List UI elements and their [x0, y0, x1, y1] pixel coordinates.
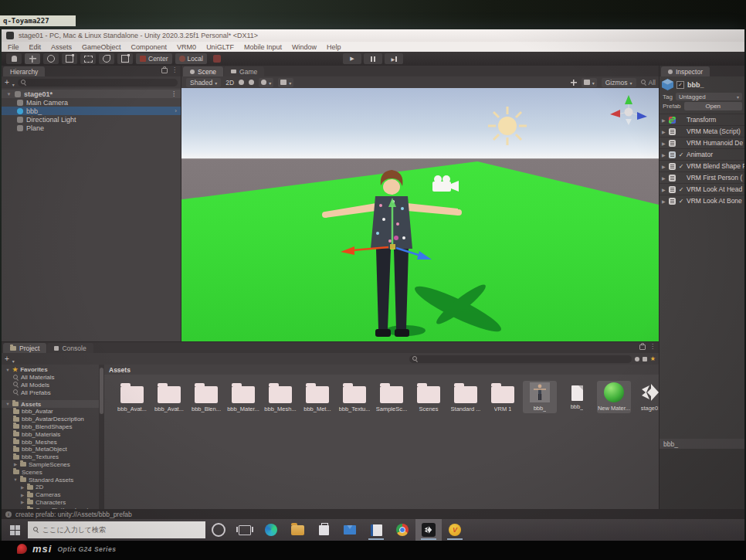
- tree-folder[interactable]: ▶Characters: [2, 499, 99, 507]
- tab-game[interactable]: Game: [224, 66, 264, 76]
- menu-assets[interactable]: Assets: [51, 43, 72, 51]
- panel-menu-icon[interactable]: ⋮: [171, 67, 178, 73]
- x-axis-cone[interactable]: [610, 110, 620, 117]
- camera-settings-dropdown[interactable]: [582, 78, 597, 87]
- store-button[interactable]: [310, 519, 337, 541]
- tools-icon[interactable]: [571, 80, 577, 86]
- menu-unigltf[interactable]: UniGLTF: [206, 43, 234, 51]
- create-dropdown-button[interactable]: +: [5, 79, 9, 87]
- component-vrm-lookathead[interactable]: ▶ ✓ VRM Look At Head: [660, 183, 744, 195]
- menu-file[interactable]: File: [8, 43, 19, 51]
- unity-taskbar-button[interactable]: [415, 519, 442, 541]
- rect-tool-button[interactable]: [80, 53, 96, 64]
- vroid-button[interactable]: V: [442, 519, 468, 541]
- save-search-icon[interactable]: ★: [650, 355, 656, 362]
- asset-folder[interactable]: bbb_Met...: [300, 381, 334, 414]
- mail-button[interactable]: [337, 519, 363, 541]
- search-by-label-icon[interactable]: [643, 357, 647, 361]
- asset-folder[interactable]: bbb_Blen...: [189, 381, 223, 414]
- scene-orientation-gizmo[interactable]: [608, 94, 649, 130]
- y-axis-cone[interactable]: [625, 95, 632, 104]
- hand-tool-button[interactable]: [6, 53, 22, 64]
- component-vrm-meta[interactable]: ▶ VRM Meta (Script): [660, 125, 744, 137]
- move-gizmo-center[interactable]: [390, 244, 395, 249]
- asset-material-new[interactable]: New Mater...: [597, 381, 631, 413]
- step-button[interactable]: [385, 53, 403, 64]
- file-explorer-button[interactable]: [284, 519, 310, 541]
- asset-file-bbb[interactable]: bbb_: [560, 381, 594, 412]
- tree-folder[interactable]: bbb_AvatarDescription: [2, 416, 99, 423]
- audio-toggle-icon[interactable]: [249, 80, 254, 85]
- grid-dropdown[interactable]: [278, 78, 293, 87]
- hierarchy-item-bbb[interactable]: bbb_ ›: [2, 107, 181, 115]
- tab-project[interactable]: Project: [3, 343, 46, 353]
- chrome-button[interactable]: [389, 519, 415, 541]
- 2d-toggle-button[interactable]: 2D: [225, 79, 234, 87]
- tag-dropdown[interactable]: Untagged: [676, 93, 742, 100]
- lock-icon[interactable]: [161, 68, 168, 73]
- menu-window[interactable]: Window: [292, 43, 317, 51]
- asset-folder[interactable]: SampleSc...: [375, 381, 409, 414]
- scene-viewport[interactable]: [181, 88, 659, 341]
- active-checkbox[interactable]: ✓: [676, 81, 684, 89]
- avatar-bbb[interactable]: [297, 158, 529, 341]
- tab-scene[interactable]: Scene: [183, 66, 223, 76]
- asset-scene-stage01[interactable]: stage01: [634, 381, 659, 413]
- asset-folder[interactable]: bbb_Mesh...: [263, 381, 297, 414]
- transform-tool-button[interactable]: [99, 53, 114, 64]
- directional-light-gizmo[interactable]: [487, 105, 528, 147]
- gizmo-center[interactable]: [625, 108, 633, 117]
- space-toggle-button[interactable]: Local: [175, 53, 207, 64]
- prefab-open-button[interactable]: Open: [684, 102, 742, 110]
- asset-folder[interactable]: bbb_Avat...: [115, 381, 149, 414]
- move-gizmo-z-arrow[interactable]: [417, 251, 432, 260]
- asset-folder[interactable]: bbb_Textu...: [337, 381, 371, 414]
- tree-assets-root[interactable]: ▼Assets: [2, 400, 99, 408]
- move-gizmo-x-arrow[interactable]: [341, 246, 354, 255]
- project-create-button[interactable]: +: [5, 355, 9, 363]
- hierarchy-search-input[interactable]: [18, 79, 178, 87]
- tree-all-prefabs[interactable]: All Prefabs: [2, 389, 99, 396]
- tree-standard-assets[interactable]: ▼Standard Assets: [2, 476, 99, 484]
- tab-console[interactable]: Console: [47, 343, 93, 353]
- tree-favorites[interactable]: ▼★Favorites: [2, 366, 99, 374]
- effects-dropdown[interactable]: [259, 78, 273, 87]
- tree-folder[interactable]: bbb_Textures: [2, 453, 99, 461]
- component-vrm-lookatbone[interactable]: ▶ ✓ VRM Look At Bone: [660, 195, 744, 206]
- custom-tool-button[interactable]: [117, 53, 133, 64]
- component-animator[interactable]: ▶ ✓ Animator: [660, 148, 744, 160]
- tree-folder[interactable]: bbb_Avatar: [2, 408, 99, 416]
- tree-folder[interactable]: ▶SampleScenes: [2, 461, 99, 469]
- start-button[interactable]: [2, 519, 28, 541]
- inspector-preview-bar[interactable]: bbb_: [660, 439, 744, 449]
- tree-folder[interactable]: ▶2D: [2, 484, 99, 491]
- move-tool-button[interactable]: [25, 53, 40, 64]
- hierarchy-item-main-camera[interactable]: Main Camera: [2, 98, 181, 107]
- cortana-button[interactable]: [205, 519, 232, 541]
- pivot-toggle-button[interactable]: Center: [136, 53, 172, 64]
- menu-gameobject[interactable]: GameObject: [82, 43, 121, 51]
- gizmos-dropdown[interactable]: Gizmos: [602, 78, 636, 87]
- shading-mode-dropdown[interactable]: Shaded: [186, 78, 221, 87]
- z-axis-cone[interactable]: [637, 112, 647, 120]
- tab-inspector[interactable]: Inspector: [661, 66, 710, 76]
- component-vrm-humanoid[interactable]: ▶ VRM Humanoid De: [660, 137, 744, 148]
- tree-folder[interactable]: Scenes: [2, 468, 99, 476]
- status-message[interactable]: create prefab: unity://Assets/bbb_prefab: [15, 511, 132, 518]
- foldout-icon[interactable]: ▼: [6, 92, 12, 97]
- asset-folder[interactable]: bbb_Avat...: [152, 381, 186, 414]
- component-vrm-blendshape[interactable]: ▶ ✓ VRM Blend Shape P: [660, 160, 744, 171]
- task-view-button[interactable]: [232, 519, 258, 541]
- lighting-toggle-icon[interactable]: [239, 80, 244, 85]
- tree-folder[interactable]: ▶Cameras: [2, 491, 99, 499]
- asset-prefab-bbb[interactable]: bbb_: [523, 381, 557, 413]
- asset-folder[interactable]: bbb_Mater...: [226, 381, 260, 414]
- menu-vrm0[interactable]: VRM0: [177, 43, 196, 51]
- tree-folder[interactable]: bbb_BlendShapes: [2, 423, 99, 431]
- collab-icon[interactable]: [213, 55, 221, 63]
- menu-edit[interactable]: Edit: [29, 43, 42, 51]
- inspector-object-name[interactable]: bbb_: [687, 81, 704, 89]
- scene-options-icon[interactable]: ⋮: [171, 91, 177, 97]
- taskbar-search-input[interactable]: ここに入力して検索: [28, 521, 205, 538]
- tab-hierarchy[interactable]: Hierarchy: [3, 66, 45, 76]
